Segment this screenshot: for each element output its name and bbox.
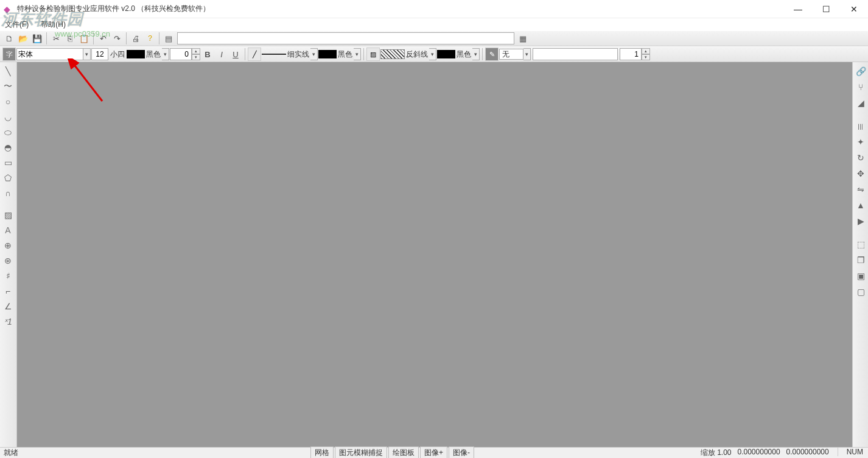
font-size-input[interactable] [91,48,108,60]
hatch-tool-icon[interactable]: ▨ [366,48,380,61]
line-color-label: 黑色 [337,49,354,60]
property-input[interactable] [533,48,618,60]
size-preset-label[interactable]: 小四 [109,49,126,60]
line-style-label: 细实线 [286,49,310,60]
semi-tool-icon[interactable]: ◓ [1,141,15,154]
bold-button[interactable]: B [201,48,214,61]
new-icon[interactable]: 🗋 [2,32,16,45]
line-style-icon[interactable]: ╱ [248,48,261,61]
font-tool-icon[interactable]: 字 [2,48,16,61]
eraser-tool-icon[interactable]: ◢ [854,96,867,110]
node-tool-icon[interactable]: ✦ [854,135,867,149]
help-icon[interactable]: ？ [143,32,156,45]
cut-icon[interactable]: ✂ [49,32,63,45]
line-width-input[interactable] [170,48,192,60]
redo-icon[interactable]: ↷ [110,32,124,45]
save-icon[interactable]: 💾 [30,32,44,45]
mirror-h-icon[interactable]: ▶ [854,214,867,228]
bracket-tool-icon[interactable]: ⌐ [1,284,15,298]
italic-button[interactable]: I [215,48,228,61]
rotate-tool-icon[interactable]: ↻ [854,151,867,164]
flip-h-icon[interactable]: ⇋ [854,183,867,196]
status-image-minus-button[interactable]: 图像- [449,446,474,458]
separator [363,48,364,60]
spline-tool-icon[interactable]: ∩ [1,186,15,200]
dimension-tool-icon[interactable]: ⊕ [1,239,15,252]
text-color-dropdown-icon[interactable]: ▾ [162,48,169,60]
minimize-button[interactable]: — [784,0,812,18]
label-tool-icon[interactable]: ˣ1 [1,315,15,328]
print-icon[interactable]: 🖨 [129,32,142,45]
status-zoom: 缩放 1.00 [701,448,732,458]
separator [482,48,483,60]
toolbar-format: 字 ▾ 小四 黑色 ▾ ▴▾ B I U ╱ 细实线 ▾ 黑色 ▾ ▨ 反斜线 … [0,46,868,62]
move-tool-icon[interactable]: ✥ [854,167,867,180]
separator [159,32,159,44]
left-toolbar: ╲ 〜 ○ ◡ ⬭ ◓ ▭ ⬠ ∩ ▨ A ⊕ ⊛ ♯ ⌐ ∠ ˣ1 [0,62,17,447]
font-name-select[interactable] [16,48,83,60]
line-color-dropdown-icon[interactable]: ▾ [354,48,361,60]
angle-tool-icon[interactable]: ∠ [1,300,15,313]
group-icon[interactable]: ▣ [854,269,867,283]
status-grid-button[interactable]: 网格 [310,446,334,458]
underline-button[interactable]: U [229,48,242,61]
status-snap-button[interactable]: 图元模糊捕捉 [335,446,387,458]
separator [126,32,127,44]
send-back-icon[interactable]: ❐ [854,253,867,267]
font-dropdown-icon[interactable]: ▾ [83,48,91,60]
bring-front-icon[interactable]: ⬚ [854,238,867,251]
window-title: 特种设备检验制图专业应用软件 v2.0 （科技兴检免费软件） [17,4,784,14]
hatch-fill-icon[interactable]: ▨ [1,208,15,222]
page-icon[interactable]: ▦ [516,32,530,45]
rect-tool-icon[interactable]: ▭ [1,156,15,169]
titlebar: ◆ 特种设备检验制图专业应用软件 v2.0 （科技兴检免费软件） — ☐ ✕ [0,0,868,18]
undo-icon[interactable]: ↶ [96,32,110,45]
link-tool-icon[interactable]: 🔗 [854,65,867,78]
hatch-label: 反斜线 [405,49,429,60]
menu-file[interactable]: 文件(F) [2,19,31,30]
hatch-sample [380,49,405,59]
page-setup-icon[interactable]: ▤ [162,32,175,45]
status-image-plus-button[interactable]: 图像+ [420,446,447,458]
mirror-v-icon[interactable]: ▲ [854,199,867,212]
polygon-tool-icon[interactable]: ⬠ [1,171,15,185]
count-spinner[interactable]: ▴▾ [642,48,650,60]
app-icon: ◆ [4,4,13,14]
copy-icon[interactable]: ⎘ [63,32,77,45]
fill-dropdown-icon[interactable]: ▾ [523,48,531,60]
circle-tool-icon[interactable]: ○ [1,95,15,108]
hatch-color-dropdown-icon[interactable]: ▾ [472,48,480,60]
curve-tool-icon[interactable]: 〜 [1,80,15,93]
hatch-dropdown-icon[interactable]: ▾ [429,48,436,60]
drawing-canvas[interactable] [17,62,852,447]
branch-tool-icon[interactable]: ⑂ [854,80,867,94]
line-style-dropdown-icon[interactable]: ▾ [310,48,318,60]
line-sample [262,54,286,55]
count-input[interactable] [620,48,642,60]
ungroup-icon[interactable]: ▢ [854,285,867,298]
text-tool-icon[interactable]: A [1,224,15,237]
hatch-color-swatch [437,50,455,58]
grid-tool-icon[interactable]: ♯ [1,269,15,283]
separator [245,48,245,60]
right-toolbar: 🔗 ⑂ ◢ ⫼ ✦ ↻ ✥ ⇋ ▲ ▶ ⬚ ❐ ▣ ▢ [852,62,868,447]
line-color-swatch [318,50,337,58]
status-board-button[interactable]: 绘图板 [388,446,419,458]
ellipse-tool-icon[interactable]: ⬭ [1,125,15,139]
paste-icon[interactable]: 📋 [77,32,91,45]
separator [838,448,838,456]
symbol-tool-icon[interactable]: ⊛ [1,254,15,267]
line-tool-icon[interactable]: ╲ [1,65,15,78]
open-icon[interactable]: 📂 [16,32,30,45]
line-width-spinner[interactable]: ▴▾ [192,48,200,60]
fill-tool-icon[interactable]: ✎ [485,48,499,61]
separator [93,32,94,44]
text-color-swatch [127,50,145,58]
close-button[interactable]: ✕ [840,0,868,18]
menubar: 文件(F) 帮助(H) [0,18,868,30]
maximize-button[interactable]: ☐ [812,0,840,18]
address-input[interactable] [177,32,514,44]
align-tool-icon[interactable]: ⫼ [854,119,867,133]
arc-tool-icon[interactable]: ◡ [1,110,15,124]
menu-help[interactable]: 帮助(H) [38,19,68,30]
